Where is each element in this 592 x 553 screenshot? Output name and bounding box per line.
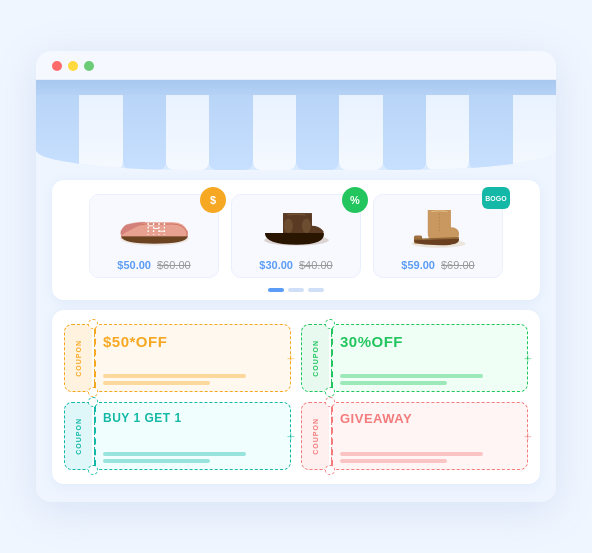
product-card-3[interactable]: BOGO: [373, 194, 503, 278]
awning-stripes: [36, 95, 556, 170]
browser-bar: [36, 51, 556, 80]
notch-top-1: [88, 319, 98, 329]
dot-green: [84, 61, 94, 71]
coupon-lines-2: [340, 374, 519, 385]
coupon-line-3a: [103, 452, 246, 456]
coupon-lines-1: [103, 374, 282, 385]
coupon-1[interactable]: COUPON $50*OFF +: [64, 324, 291, 392]
coupon-line-2a: [340, 374, 483, 378]
coupon-2[interactable]: COUPON 30%OFF +: [301, 324, 528, 392]
coupons-grid: COUPON $50*OFF +: [64, 324, 528, 470]
coupon-line-1b: [103, 381, 210, 385]
product-badge-3: BOGO: [482, 187, 510, 209]
product-prices-2: $30.00 $40.00: [259, 259, 332, 271]
coupon-4[interactable]: COUPON GIVEAWAY +: [301, 402, 528, 470]
scrollbar-row: [70, 288, 522, 292]
coupon-right-1: $50*OFF: [94, 324, 291, 392]
stripe-11: [469, 95, 512, 170]
stripe-7: [296, 95, 339, 170]
notch-bottom-4: [325, 465, 335, 475]
product-prices-1: $50.00 $60.00: [117, 259, 190, 271]
coupon-divider-1: [92, 324, 94, 392]
stripe-12: [513, 95, 556, 170]
coupon-plus-2: +: [524, 350, 532, 366]
product-shoe-3: [393, 203, 483, 253]
coupon-lines-3: [103, 452, 282, 463]
coupon-title-4: GIVEAWAY: [340, 411, 519, 426]
notch-bottom-3: [88, 465, 98, 475]
svg-point-9: [283, 218, 292, 232]
product-card-2[interactable]: %: [231, 194, 361, 278]
stripe-6: [253, 95, 296, 170]
price-old-1: $60.00: [157, 259, 191, 271]
coupon-line-4b: [340, 459, 447, 463]
coupon-plus-3: +: [287, 428, 295, 444]
badge-bogo-icon: BOGO: [485, 195, 506, 202]
coupon-title-1: $50*OFF: [103, 333, 282, 350]
svg-point-10: [301, 218, 310, 232]
coupon-divider-4: [329, 402, 331, 470]
browser-window: $: [36, 51, 556, 502]
stripe-8: [339, 95, 382, 170]
product-prices-3: $59.00 $69.00: [401, 259, 474, 271]
stripe-10: [426, 95, 469, 170]
stripe-9: [383, 95, 426, 170]
product-card-1[interactable]: $: [89, 194, 219, 278]
scrollbar-dots: [268, 288, 324, 292]
coupon-divider-3: [92, 402, 94, 470]
notch-top-3: [88, 397, 98, 407]
browser-content: $: [36, 80, 556, 502]
divider-line-2: [331, 328, 333, 388]
coupons-section: COUPON $50*OFF +: [52, 310, 540, 484]
price-new-2: $30.00: [259, 259, 293, 271]
coupon-right-4: GIVEAWAY: [331, 402, 528, 470]
dot-yellow: [68, 61, 78, 71]
coupon-plus-1: +: [287, 350, 295, 366]
coupon-title-3: BUY 1 GET 1: [103, 411, 282, 425]
coupon-right-2: 30%OFF: [331, 324, 528, 392]
store-awning: [36, 80, 556, 170]
coupon-lines-4: [340, 452, 519, 463]
products-section: $: [52, 180, 540, 300]
product-shoe-1: [109, 203, 199, 253]
stripe-3: [123, 95, 166, 170]
dot-red: [52, 61, 62, 71]
coupon-3[interactable]: COUPON BUY 1 GET 1 +: [64, 402, 291, 470]
coupon-title-2: 30%OFF: [340, 333, 519, 350]
notch-top-4: [325, 397, 335, 407]
scroll-dot-active[interactable]: [268, 288, 284, 292]
coupon-line-4a: [340, 452, 483, 456]
price-new-3: $59.00: [401, 259, 435, 271]
product-shoe-2: [251, 203, 341, 253]
notch-bottom-2: [325, 387, 335, 397]
coupon-left-3: COUPON: [64, 402, 92, 470]
coupon-right-3: BUY 1 GET 1: [94, 402, 291, 470]
price-old-3: $69.00: [441, 259, 475, 271]
divider-line-4: [331, 406, 333, 466]
stripe-1: [36, 95, 79, 170]
products-row: $: [70, 184, 522, 282]
stripe-2: [79, 95, 122, 170]
price-old-2: $40.00: [299, 259, 333, 271]
coupon-plus-4: +: [524, 428, 532, 444]
badge-dollar-icon: $: [210, 194, 216, 206]
scroll-dot-2[interactable]: [308, 288, 324, 292]
coupon-left-4: COUPON: [301, 402, 329, 470]
coupon-label-4: COUPON: [312, 418, 319, 455]
coupon-label-2: COUPON: [312, 340, 319, 377]
notch-bottom-1: [88, 387, 98, 397]
price-new-1: $50.00: [117, 259, 151, 271]
stripe-5: [209, 95, 252, 170]
scroll-dot-1[interactable]: [288, 288, 304, 292]
coupon-left-2: COUPON: [301, 324, 329, 392]
coupon-line-2b: [340, 381, 447, 385]
divider-line-1: [94, 328, 96, 388]
coupon-left-1: COUPON: [64, 324, 92, 392]
coupon-label-3: COUPON: [75, 418, 82, 455]
coupon-label-1: COUPON: [75, 340, 82, 377]
product-badge-2: %: [342, 187, 368, 213]
coupon-divider-2: [329, 324, 331, 392]
coupon-line-1a: [103, 374, 246, 378]
coupon-line-3b: [103, 459, 210, 463]
product-badge-1: $: [200, 187, 226, 213]
